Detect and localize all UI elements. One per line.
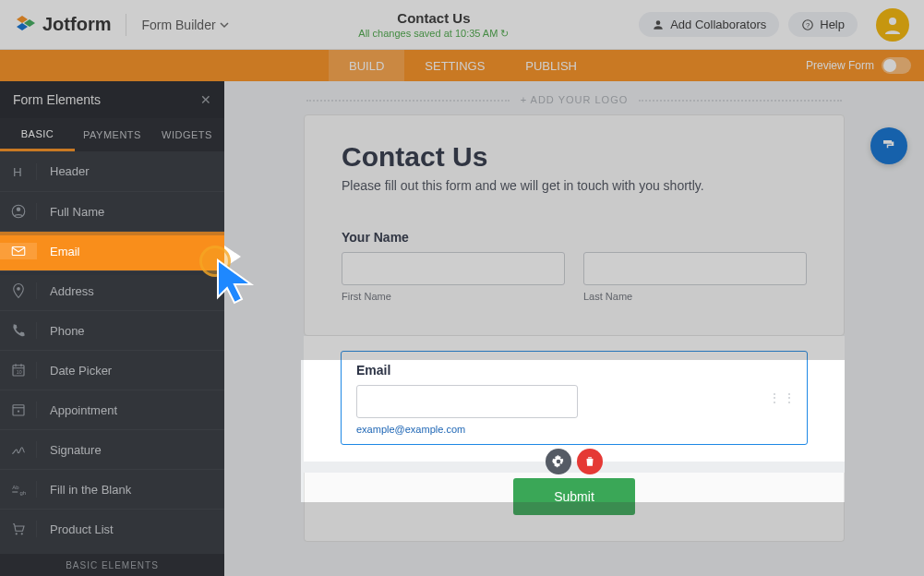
email-hint: example@example.com xyxy=(356,424,792,435)
form-heading[interactable]: Contact Us xyxy=(342,141,807,173)
sidebar-close-button[interactable]: ✕ xyxy=(200,92,211,107)
element-address[interactable]: Address xyxy=(0,270,224,310)
element-email[interactable]: Email xyxy=(0,231,224,270)
form-title-top[interactable]: Contact Us xyxy=(229,10,640,26)
sidebar-tabs: BASIC PAYMENTS WIDGETS xyxy=(0,118,224,151)
first-name-input[interactable] xyxy=(342,252,565,285)
element-header[interactable]: HHeader xyxy=(0,151,224,191)
help-icon: ? xyxy=(801,18,814,31)
save-status: All changes saved at 10:35 AM ↻ xyxy=(229,28,640,40)
topbar: Jotform Form Builder Contact Us All chan… xyxy=(0,0,924,50)
gear-icon xyxy=(552,455,565,468)
sidebar-tab-basic[interactable]: BASIC xyxy=(0,118,75,151)
field-actions xyxy=(546,449,603,474)
location-pin-icon xyxy=(0,282,37,299)
add-collaborators-button[interactable]: Add Collaborators xyxy=(639,12,779,37)
fill-blank-icon: Abgh xyxy=(0,481,37,498)
top-center: Contact Us All changes saved at 10:35 AM… xyxy=(229,10,640,40)
logo-mark-icon xyxy=(15,14,37,36)
element-appointment[interactable]: Appointment xyxy=(0,390,224,429)
insert-arrow-icon xyxy=(224,240,248,273)
svg-point-2 xyxy=(889,18,896,25)
sidebar-title: Form Elements xyxy=(13,92,101,107)
form-canvas[interactable]: + ADD YOUR LOGO Contact Us Please fill o… xyxy=(224,81,924,576)
trash-icon xyxy=(583,455,596,468)
brand-logo[interactable]: Jotform xyxy=(15,14,111,36)
submit-button[interactable]: Submit xyxy=(513,478,635,515)
sidebar-header: Form Elements ✕ xyxy=(0,81,224,118)
calendar-icon: 10 xyxy=(0,362,37,378)
svg-text:gh: gh xyxy=(19,490,26,496)
svg-text:10: 10 xyxy=(16,369,21,375)
form-subheading[interactable]: Please fill out this form and we will ge… xyxy=(342,178,807,193)
element-phone[interactable]: Phone xyxy=(0,310,224,350)
cart-icon xyxy=(0,521,37,537)
sidebar: Form Elements ✕ BASIC PAYMENTS WIDGETS H… xyxy=(0,81,224,576)
svg-point-5 xyxy=(16,208,20,212)
element-full-name[interactable]: Full Name xyxy=(0,191,224,231)
svg-point-11 xyxy=(17,410,18,412)
sidebar-footer: BASIC ELEMENTS xyxy=(0,554,224,576)
name-row: First Name Last Name xyxy=(342,252,807,302)
field-settings-button[interactable] xyxy=(546,449,571,474)
design-fab[interactable] xyxy=(870,127,907,164)
element-list[interactable]: HHeader Full Name Email Address Phone 10… xyxy=(0,151,224,554)
your-name-label: Your Name xyxy=(342,230,807,245)
user-icon xyxy=(652,18,665,31)
last-name-sublabel: Last Name xyxy=(583,291,807,302)
email-field-selected[interactable]: Email example@example.com ⋮⋮ xyxy=(341,351,808,445)
svg-text:?: ? xyxy=(806,20,810,29)
drag-handle-icon[interactable]: ⋮⋮ xyxy=(768,390,798,405)
paint-roller-icon xyxy=(881,138,897,154)
svg-point-7 xyxy=(17,287,20,291)
svg-point-14 xyxy=(15,533,17,534)
sidebar-tab-widgets[interactable]: WIDGETS xyxy=(150,118,224,151)
email-icon xyxy=(0,243,37,259)
email-label: Email xyxy=(356,363,792,378)
element-signature[interactable]: Signature xyxy=(0,429,224,469)
element-product-list[interactable]: Product List xyxy=(0,509,224,548)
chevron-down-icon xyxy=(220,20,229,30)
main-tabs: BUILD SETTINGS PUBLISH Preview Form xyxy=(0,50,924,81)
add-logo-button[interactable]: + ADD YOUR LOGO xyxy=(224,81,924,114)
svg-text:H: H xyxy=(13,164,22,178)
user-circle-icon xyxy=(0,203,37,220)
submit-row: Submit xyxy=(304,473,845,542)
tab-settings[interactable]: SETTINGS xyxy=(404,50,505,81)
phone-icon xyxy=(0,322,37,339)
appointment-icon xyxy=(0,402,37,418)
heading-icon: H xyxy=(0,163,37,180)
email-field-block[interactable]: Email example@example.com ⋮⋮ xyxy=(304,336,845,462)
email-input[interactable] xyxy=(356,385,578,418)
tab-build[interactable]: BUILD xyxy=(329,50,404,81)
form-builder-label: Form Builder xyxy=(141,18,215,32)
avatar-icon xyxy=(882,14,904,36)
last-name-input[interactable] xyxy=(583,252,807,285)
svg-text:Ab: Ab xyxy=(12,485,19,490)
user-avatar[interactable] xyxy=(876,8,909,42)
svg-point-15 xyxy=(20,533,22,534)
form-card[interactable]: Contact Us Please fill out this form and… xyxy=(304,114,845,336)
svg-marker-16 xyxy=(224,246,241,268)
brand-name: Jotform xyxy=(42,14,111,35)
form-builder-dropdown[interactable]: Form Builder xyxy=(141,18,228,32)
field-delete-button[interactable] xyxy=(577,449,603,474)
sidebar-tab-payments[interactable]: PAYMENTS xyxy=(75,118,150,151)
first-name-sublabel: First Name xyxy=(342,291,565,302)
element-date-picker[interactable]: 10Date Picker xyxy=(0,350,224,390)
help-button[interactable]: ? Help xyxy=(788,12,858,37)
svg-rect-6 xyxy=(12,247,25,256)
toggle-switch[interactable] xyxy=(882,57,911,74)
preview-form-toggle[interactable]: Preview Form xyxy=(806,50,911,81)
element-fill-blank[interactable]: AbghFill in the Blank xyxy=(0,469,224,509)
divider xyxy=(126,14,126,36)
tab-publish[interactable]: PUBLISH xyxy=(505,50,597,81)
top-right: Add Collaborators ? Help xyxy=(639,8,909,42)
signature-icon xyxy=(0,441,37,458)
